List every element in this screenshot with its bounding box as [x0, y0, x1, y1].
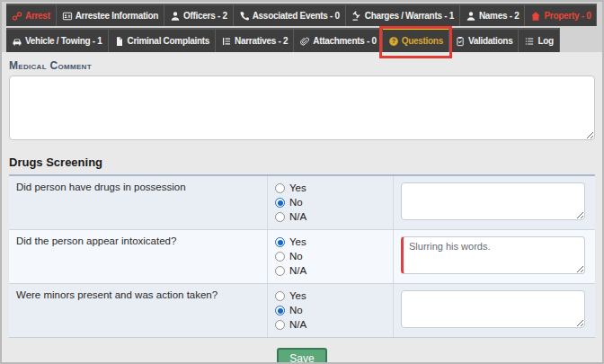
tab-row-secondary: Vehicle / Towing - 1Criminal ComplaintsN…	[6, 28, 602, 52]
radio-label: N/A	[289, 210, 306, 224]
comment-textarea-q2[interactable]: Slurring his words.	[401, 236, 585, 274]
radio-label: Yes	[289, 235, 306, 249]
officer-icon	[170, 11, 181, 22]
questions-tab-panel: Medical Comment Drugs Screening Did pers…	[2, 52, 602, 364]
drugs-screening-table: Did person have drugs in possessionYesNo…	[9, 176, 595, 338]
tab-label: Attachments - 0	[313, 36, 377, 46]
radio-option-no-q1[interactable]: No	[275, 196, 386, 209]
radio-option-n-a-q2[interactable]: N/A	[275, 264, 386, 278]
drugs-screening-title: Drugs Screening	[9, 153, 595, 176]
gavel-icon	[351, 11, 362, 22]
question-circle-icon: ?	[388, 36, 399, 47]
radio-unchecked-icon[interactable]	[275, 212, 285, 222]
save-button-row: Save	[9, 338, 595, 364]
tab-charges-warrants-1[interactable]: Charges / Warrants - 1	[346, 4, 460, 26]
tab-property-0[interactable]: Property - 0	[525, 4, 597, 26]
comment-textarea-q3[interactable]	[401, 290, 585, 328]
radio-option-n-a-q3[interactable]: N/A	[275, 318, 386, 332]
tab-officers-2[interactable]: Officers - 2	[164, 4, 234, 26]
radio-unchecked-icon[interactable]	[275, 320, 285, 330]
tab-attachments-0[interactable]: Attachments - 0	[294, 28, 383, 52]
radio-group: YesNoN/A	[268, 230, 394, 283]
radio-option-no-q3[interactable]: No	[275, 304, 386, 317]
app-window: ArrestArrestee InformationOfficers - 2As…	[0, 0, 604, 364]
radio-label: Yes	[289, 289, 306, 303]
radio-unchecked-icon[interactable]	[275, 266, 285, 276]
clipboard-check-icon	[455, 36, 466, 47]
tab-associated-events-0[interactable]: Associated Events - 0	[234, 4, 346, 26]
radio-checked-icon[interactable]	[275, 198, 285, 208]
tab-vehicle-towing-1[interactable]: Vehicle / Towing - 1	[6, 28, 109, 52]
radio-label: N/A	[289, 264, 306, 278]
handcuffs-icon	[12, 11, 22, 22]
tab-label: Property - 0	[544, 11, 591, 21]
tab-label: Officers - 2	[183, 11, 227, 21]
tab-names-2[interactable]: Names - 2	[460, 4, 526, 26]
radio-label: No	[289, 196, 303, 209]
question-row-3: Were minors present and was action taken…	[9, 283, 595, 337]
radio-group: YesNoN/A	[268, 176, 394, 229]
tab-log[interactable]: Log	[519, 28, 559, 52]
tab-label: Charges / Warrants - 1	[365, 11, 454, 21]
tab-validations[interactable]: Validations	[449, 28, 520, 52]
tab-label: Criminal Complaints	[128, 36, 210, 46]
radio-unchecked-icon[interactable]	[275, 183, 285, 193]
list-icon	[524, 36, 535, 47]
radio-checked-icon[interactable]	[275, 306, 285, 315]
radio-option-n-a-q1[interactable]: N/A	[275, 210, 386, 224]
tab-label: Vehicle / Towing - 1	[25, 36, 102, 46]
question-text: Did the person appear intoxicated?	[9, 230, 268, 283]
comment-cell: Slurring his words.	[394, 230, 595, 283]
phone-icon	[239, 11, 250, 22]
tab-label: Arrest	[25, 11, 50, 21]
comment-cell	[394, 176, 595, 229]
document-icon	[114, 36, 125, 47]
question-row-2: Did the person appear intoxicated?YesNoN…	[9, 229, 595, 283]
car-icon	[12, 36, 22, 47]
tab-label: Narratives - 2	[235, 36, 288, 46]
arrestee-info-icon	[62, 11, 73, 22]
tab-row-primary: ArrestArrestee InformationOfficers - 2As…	[6, 4, 602, 26]
question-text: Were minors present and was action taken…	[9, 284, 268, 337]
medical-comment-label: Medical Comment	[9, 59, 595, 72]
radio-label: Yes	[289, 182, 306, 195]
tab-arrestee-information[interactable]: Arrestee Information	[57, 4, 164, 26]
tab-label: Arrestee Information	[76, 11, 158, 21]
person-icon	[466, 11, 476, 22]
radio-option-no-q2[interactable]: No	[275, 250, 386, 263]
tab-narratives-2[interactable]: Narratives - 2	[216, 28, 294, 52]
question-row-1: Did person have drugs in possessionYesNo…	[9, 176, 595, 229]
tab-label: Associated Events - 0	[253, 11, 340, 21]
medical-comment-textarea[interactable]	[9, 75, 595, 140]
svg-text:?: ?	[392, 38, 395, 44]
tab-bar: ArrestArrestee InformationOfficers - 2As…	[2, 2, 602, 52]
radio-checked-icon[interactable]	[275, 237, 285, 247]
radio-label: N/A	[289, 318, 306, 332]
radio-group: YesNoN/A	[268, 284, 394, 337]
radio-option-yes-q3[interactable]: Yes	[275, 289, 386, 303]
radio-label: No	[289, 250, 303, 263]
narrative-lines-icon	[221, 36, 232, 47]
radio-unchecked-icon[interactable]	[275, 252, 285, 262]
tab-label: Log	[537, 36, 553, 46]
radio-unchecked-icon[interactable]	[275, 291, 285, 301]
tab-arrest[interactable]: Arrest	[6, 4, 57, 26]
tab-label: Questions	[402, 36, 443, 46]
save-button[interactable]: Save	[277, 348, 326, 364]
comment-cell	[394, 284, 595, 337]
property-icon	[530, 11, 541, 22]
tab-label: Names - 2	[479, 11, 520, 21]
radio-label: No	[289, 304, 303, 317]
tab-label: Validations	[468, 36, 513, 46]
question-text: Did person have drugs in possession	[9, 176, 268, 229]
paperclip-icon	[299, 36, 310, 47]
tab-questions[interactable]: ?Questions	[383, 28, 449, 52]
radio-option-yes-q2[interactable]: Yes	[275, 235, 386, 249]
radio-option-yes-q1[interactable]: Yes	[275, 182, 386, 195]
tab-criminal-complaints[interactable]: Criminal Complaints	[109, 28, 217, 52]
comment-textarea-q1[interactable]	[401, 182, 585, 220]
